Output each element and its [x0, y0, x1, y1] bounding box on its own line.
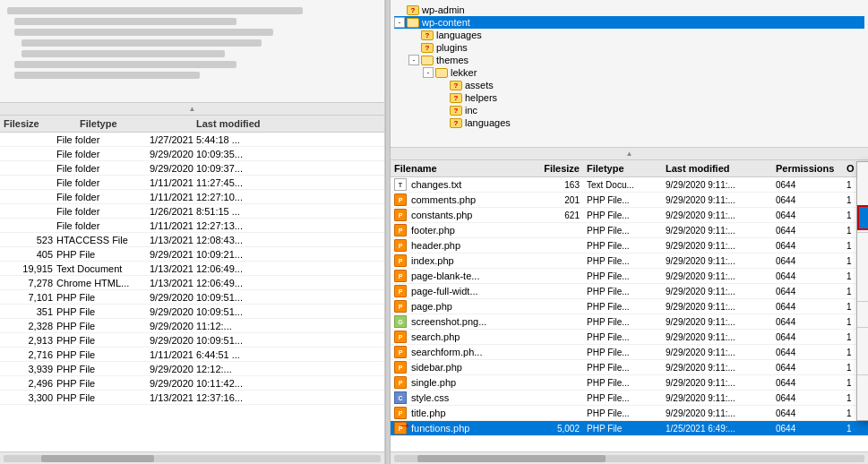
left-file-row[interactable]: File folder 1/11/2021 11:27:45... — [0, 176, 384, 190]
right-file-row[interactable]: Ppage-blank-te... PHP File... 9/29/2020 … — [391, 269, 868, 284]
left-file-header: Filesize Filetype Last modified — [0, 116, 384, 133]
left-file-row[interactable]: 7,278 Chrome HTML... 1/13/2021 12:06:49.… — [0, 276, 384, 290]
file-modified: 1/13/2021 12:37:16... — [150, 392, 293, 403]
tree-node-label: languages — [436, 30, 482, 40]
context-menu-item[interactable]: Refresh — [857, 304, 868, 325]
right-bottom-scrollbar[interactable] — [391, 451, 868, 464]
left-file-row[interactable]: 523 HTACCESS File 1/13/2021 12:08:43... — [0, 233, 384, 247]
file-permissions: 0644 — [776, 363, 843, 373]
file-type: PHP File... — [587, 271, 658, 281]
left-file-row[interactable]: 19,915 Text Document 1/13/2021 12:06:49.… — [0, 262, 384, 276]
file-permissions: 0644 — [776, 378, 843, 388]
left-file-row[interactable]: 351 PHP File 9/29/2020 10:09:51... — [0, 305, 384, 319]
right-file-row[interactable]: Pconstants.php 621 PHP File... 9/29/2020… — [391, 208, 868, 223]
file-modified: 9/29/2020 10:09:51... — [150, 306, 293, 317]
left-file-row[interactable]: 2,716 PHP File 1/11/2021 6:44:51 ... — [0, 348, 384, 362]
right-file-row[interactable]: Psearchform.ph... PHP File... 9/29/2020 … — [391, 345, 868, 360]
file-name: Ptitle.php — [394, 407, 521, 419]
file-name: Cstyle.css — [394, 391, 521, 404]
file-type: Text Docu... — [587, 180, 658, 190]
left-file-row[interactable]: 2,496 PHP File 9/29/2020 10:11:42... — [0, 376, 384, 391]
right-file-row[interactable]: Ptitle.php PHP File... 9/29/2020 9:11:..… — [391, 406, 868, 421]
left-file-list: File folder 1/27/2021 5:44:18 ... File f… — [0, 133, 384, 451]
left-file-row[interactable]: File folder 1/11/2021 12:27:13... — [0, 219, 384, 233]
left-bottom-scrollbar[interactable] — [0, 451, 384, 464]
file-modified: 9/29/2020 9:11:... — [666, 271, 769, 281]
file-name-text: index.php — [411, 255, 454, 266]
left-file-row[interactable]: File folder 1/27/2021 5:44:18 ... — [0, 133, 384, 147]
file-modified: 1/11/2021 12:27:13... — [150, 220, 293, 231]
tree-node[interactable]: ?languages — [394, 116, 864, 129]
tree-node-label: languages — [465, 117, 511, 128]
php-file-icon: P — [394, 300, 407, 313]
left-file-row[interactable]: 3,939 PHP File 9/29/2020 12:12:... — [0, 362, 384, 376]
file-modified: 9/29/2020 10:09:51... — [150, 335, 293, 346]
file-name: Psearchform.ph... — [394, 346, 521, 358]
file-modified: 9/29/2020 9:11:... — [666, 180, 769, 190]
file-size: 2,913 — [4, 335, 53, 346]
tree-node[interactable]: ?assets — [394, 79, 864, 91]
tree-node[interactable]: ?inc — [394, 104, 864, 116]
file-permissions: 0644 — [776, 332, 843, 342]
right-file-row[interactable]: Psidebar.php PHP File... 9/29/2020 9:11:… — [391, 360, 868, 375]
right-file-row[interactable]: Ppage.php PHP File... 9/29/2020 9:11:...… — [391, 299, 868, 314]
tree-node[interactable]: ?wp-admin — [394, 4, 864, 16]
right-file-row[interactable]: Pheader.php PHP File... 9/29/2020 9:11:.… — [391, 238, 868, 253]
folder-question-icon: ? — [421, 43, 434, 53]
context-menu-item[interactable]: Delete — [857, 330, 868, 351]
right-file-row[interactable]: Pfooter.php PHP File... 9/29/2020 9:11:.… — [391, 223, 868, 238]
tree-expand-icon[interactable]: - — [394, 17, 405, 28]
file-modified: 1/13/2021 12:06:49... — [150, 263, 293, 274]
left-file-row[interactable]: 7,101 PHP File 9/29/2020 10:09:51... — [0, 290, 384, 305]
right-file-row[interactable]: Pfunctions.php 5,002 PHP File 1/25/2021 … — [391, 421, 868, 436]
tree-node[interactable]: -themes — [394, 54, 864, 66]
context-menu-item[interactable]: Create directory and enter it — [857, 256, 868, 278]
right-file-row[interactable]: Gscreenshot.png... PHP File... 9/29/2020… — [391, 314, 868, 330]
tree-node[interactable]: ?languages — [394, 29, 864, 41]
file-size: 5,002 — [521, 424, 580, 434]
right-file-row[interactable]: Psingle.php PHP File... 9/29/2020 9:11:.… — [391, 375, 868, 391]
php-file-icon: P — [394, 209, 407, 221]
context-menu-item[interactable]: Create directory — [857, 235, 868, 256]
tree-node[interactable]: ?helpers — [394, 91, 864, 104]
file-name: Pfooter.php — [394, 224, 521, 236]
file-modified: 9/29/2020 9:11:... — [666, 195, 769, 205]
left-file-row[interactable]: 2,913 PHP File 9/29/2020 10:09:51... — [0, 333, 384, 348]
right-file-row[interactable]: Cstyle.css PHP File... 9/29/2020 9:11:..… — [391, 391, 868, 406]
left-file-row[interactable]: 405 PHP File 9/29/2021 10:09:21... — [0, 247, 384, 262]
tree-node[interactable]: -wp-content — [394, 16, 864, 29]
left-file-row[interactable]: File folder 1/26/2021 8:51:15 ... — [0, 204, 384, 219]
left-file-row[interactable]: File folder 9/29/2020 10:09:37... — [0, 161, 384, 176]
context-menu-item[interactable]: ✎View/Edit — [857, 205, 868, 230]
context-menu-separator — [857, 301, 868, 302]
right-file-row[interactable]: Pindex.php PHP File... 9/29/2020 9:11:..… — [391, 253, 868, 269]
file-name-text: footer.php — [411, 225, 455, 236]
tree-expand-icon[interactable]: - — [408, 55, 419, 65]
context-menu-item[interactable]: Copy URL(s) to clipboard — [857, 377, 868, 399]
file-permissions: 0644 — [776, 211, 843, 220]
tree-expand-icon[interactable]: - — [423, 67, 434, 78]
right-file-row[interactable]: Psearch.php PHP File... 9/29/2020 9:11:.… — [391, 330, 868, 345]
right-file-row[interactable]: Pcomments.php 201 PHP File... 9/29/2020 … — [391, 193, 868, 208]
context-menu-item[interactable]: Rename — [857, 351, 868, 373]
file-permissions: 0644 — [776, 424, 843, 434]
context-menu-item[interactable]: ⬇Download — [857, 162, 868, 184]
context-menu-item[interactable]: File permissions... — [857, 399, 868, 420]
file-modified: 1/11/2021 12:27:10... — [150, 192, 293, 202]
left-file-row[interactable]: File folder 1/11/2021 12:27:10... — [0, 190, 384, 204]
tree-node[interactable]: ?plugins — [394, 41, 864, 54]
left-file-row[interactable]: File folder 9/29/2020 10:09:35... — [0, 147, 384, 161]
file-type: PHP File... — [587, 348, 658, 357]
file-modified: 9/29/2020 10:09:51... — [150, 292, 293, 303]
file-type: PHP File — [56, 249, 146, 260]
right-header-permissions: Permissions — [776, 163, 843, 174]
file-modified: 9/29/2020 11:12:... — [150, 321, 293, 331]
right-file-row[interactable]: Ppage-full-widt... PHP File... 9/29/2020… — [391, 284, 868, 299]
file-size: 7,101 — [4, 292, 53, 303]
left-file-row[interactable]: 2,328 PHP File 9/29/2020 11:12:... — [0, 319, 384, 333]
context-menu-item[interactable]: +Add files to queue — [857, 184, 868, 205]
left-file-row[interactable]: 3,300 PHP File 1/13/2021 12:37:16... — [0, 391, 384, 405]
context-menu-item[interactable]: Create new file — [857, 278, 868, 299]
right-file-row[interactable]: Tchanges.txt 163 Text Docu... 9/29/2020 … — [391, 177, 868, 193]
tree-node[interactable]: -lekker — [394, 66, 864, 79]
